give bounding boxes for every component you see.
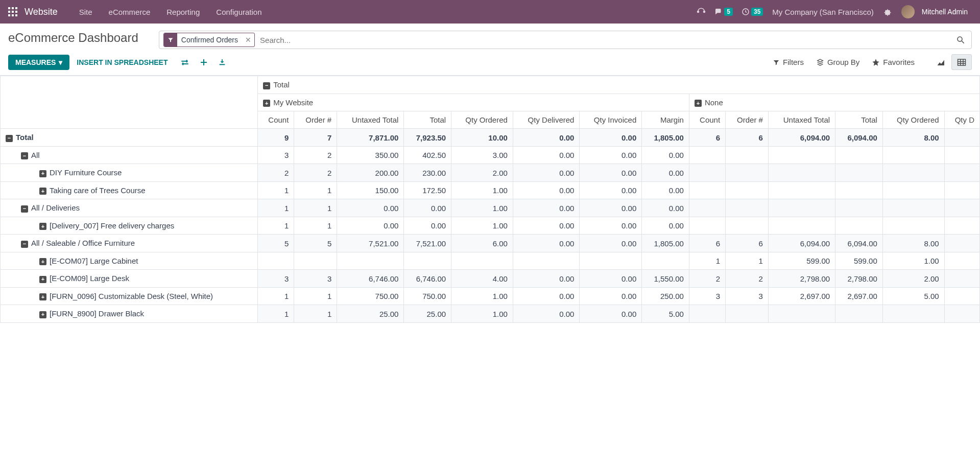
pivot-view-button[interactable] bbox=[951, 54, 972, 70]
row-header[interactable]: +[FURN_8900] Drawer Black bbox=[1, 305, 258, 323]
nav-reporting[interactable]: Reporting bbox=[158, 8, 208, 16]
measure-header[interactable]: Order # bbox=[726, 111, 769, 129]
collapse-icon[interactable]: − bbox=[6, 135, 13, 142]
pivot-cell bbox=[768, 305, 835, 323]
pivot-cell bbox=[944, 146, 979, 164]
row-header[interactable]: +[E-COM07] Large Cabinet bbox=[1, 252, 258, 270]
expand-icon[interactable]: + bbox=[263, 100, 270, 107]
expand-icon[interactable]: + bbox=[695, 100, 702, 107]
pivot-cell: 230.00 bbox=[404, 164, 451, 182]
row-header[interactable]: −Total bbox=[1, 129, 258, 147]
facet-remove[interactable]: ✕ bbox=[242, 36, 254, 44]
filter-icon bbox=[164, 33, 177, 46]
pivot-cell: 0.00 bbox=[513, 287, 580, 305]
svg-point-9 bbox=[698, 11, 699, 13]
row-header[interactable]: +[Delivery_007] Free delivery charges bbox=[1, 217, 258, 235]
row-header[interactable]: −All bbox=[1, 146, 258, 164]
nav-configuration[interactable]: Configuration bbox=[208, 8, 270, 16]
expand-icon[interactable]: + bbox=[39, 188, 46, 195]
graph-view-button[interactable] bbox=[931, 54, 951, 70]
group-by-button[interactable]: Group By bbox=[810, 55, 866, 69]
search-icon[interactable] bbox=[954, 35, 967, 44]
search-input[interactable] bbox=[258, 34, 954, 46]
pivot-cell: 0.00 bbox=[337, 199, 404, 217]
measure-header[interactable]: Total bbox=[404, 111, 451, 129]
pivot-cell: 0.00 bbox=[580, 217, 642, 235]
measure-header[interactable]: Total bbox=[835, 111, 883, 129]
favorites-button[interactable]: Favorites bbox=[866, 55, 921, 69]
measures-button[interactable]: MEASURES ▾ bbox=[8, 55, 69, 70]
avatar[interactable] bbox=[901, 5, 915, 18]
pivot-cell: 2 bbox=[258, 164, 294, 182]
measure-header[interactable]: Qty D bbox=[944, 111, 979, 129]
row-header[interactable]: +[FURN_0096] Customizable Desk (Steel, W… bbox=[1, 287, 258, 305]
row-header[interactable]: −All / Saleable / Office Furniture bbox=[1, 235, 258, 252]
expand-icon[interactable]: + bbox=[39, 311, 46, 318]
pivot-cell: 2 bbox=[689, 270, 725, 288]
pivot-table-wrapper[interactable]: −Total+My Website+NoneCountOrder #Untaxe… bbox=[0, 76, 980, 328]
pivot-cell bbox=[835, 146, 883, 164]
debug-icon[interactable] bbox=[883, 7, 892, 16]
pivot-cell bbox=[689, 217, 725, 235]
measure-header[interactable]: Qty Invoiced bbox=[580, 111, 642, 129]
pivot-cell: 599.00 bbox=[768, 252, 835, 270]
measure-header[interactable]: Order # bbox=[294, 111, 337, 129]
pivot-cell: 2 bbox=[726, 270, 769, 288]
download-icon[interactable] bbox=[213, 55, 231, 70]
collapse-icon[interactable]: − bbox=[21, 241, 28, 248]
flip-axis-icon[interactable] bbox=[175, 55, 195, 70]
pivot-cell: 0.00 bbox=[513, 146, 580, 164]
pivot-cell: 2.00 bbox=[451, 164, 513, 182]
pivot-cell: 0.00 bbox=[642, 181, 689, 199]
pivot-cell: 0.00 bbox=[513, 235, 580, 252]
measure-header[interactable]: Qty Ordered bbox=[882, 111, 944, 129]
measure-header[interactable]: Untaxed Total bbox=[337, 111, 404, 129]
pivot-cell: 0.00 bbox=[513, 164, 580, 182]
expand-icon[interactable]: + bbox=[39, 170, 46, 177]
pivot-cell: 0.00 bbox=[404, 217, 451, 235]
expand-all-icon[interactable] bbox=[195, 55, 213, 70]
pivot-cell: 750.00 bbox=[404, 287, 451, 305]
apps-icon[interactable] bbox=[8, 7, 17, 16]
nav-ecommerce[interactable]: eCommerce bbox=[101, 8, 159, 16]
view-switcher bbox=[931, 54, 972, 70]
measure-header[interactable]: Margin bbox=[642, 111, 689, 129]
expand-icon[interactable]: + bbox=[39, 276, 46, 283]
measure-header[interactable]: Qty Delivered bbox=[513, 111, 580, 129]
pivot-cell: 1 bbox=[294, 217, 337, 235]
pivot-cell: 8.00 bbox=[882, 129, 944, 147]
horizontal-scrollbar[interactable] bbox=[0, 328, 980, 335]
svg-rect-6 bbox=[8, 14, 10, 16]
row-header[interactable]: +DIY Furniture Course bbox=[1, 164, 258, 182]
app-name[interactable]: Website bbox=[25, 7, 58, 17]
filters-button[interactable]: Filters bbox=[767, 55, 810, 69]
row-header[interactable]: +[E-COM09] Large Desk bbox=[1, 270, 258, 288]
expand-icon[interactable]: + bbox=[39, 258, 46, 265]
insert-spreadsheet-button[interactable]: INSERT IN SPREADSHEET bbox=[69, 55, 175, 70]
expand-icon[interactable]: + bbox=[39, 293, 46, 300]
col-group-none[interactable]: +None bbox=[689, 94, 979, 111]
measure-header[interactable]: Count bbox=[258, 111, 294, 129]
user-name[interactable]: Mitchell Admin bbox=[922, 8, 968, 16]
collapse-icon[interactable]: − bbox=[263, 82, 270, 89]
col-group-total[interactable]: −Total bbox=[258, 76, 980, 94]
expand-icon[interactable]: + bbox=[39, 223, 46, 230]
voip-icon[interactable] bbox=[697, 7, 706, 16]
collapse-icon[interactable]: − bbox=[21, 205, 28, 213]
collapse-icon[interactable]: − bbox=[21, 152, 28, 159]
pivot-cell: 2,697.00 bbox=[835, 287, 883, 305]
pivot-cell: 1,805.00 bbox=[642, 129, 689, 147]
messaging-icon[interactable]: 5 bbox=[714, 7, 733, 16]
pivot-cell: 2 bbox=[294, 164, 337, 182]
pivot-cell: 10.00 bbox=[451, 129, 513, 147]
pivot-cell: 7,521.00 bbox=[404, 235, 451, 252]
activities-icon[interactable]: 35 bbox=[741, 7, 763, 16]
company-selector[interactable]: My Company (San Francisco) bbox=[772, 8, 873, 16]
measure-header[interactable]: Untaxed Total bbox=[768, 111, 835, 129]
nav-site[interactable]: Site bbox=[71, 8, 101, 16]
measure-header[interactable]: Qty Ordered bbox=[451, 111, 513, 129]
row-header[interactable]: −All / Deliveries bbox=[1, 199, 258, 217]
row-header[interactable]: +Taking care of Trees Course bbox=[1, 181, 258, 199]
measure-header[interactable]: Count bbox=[689, 111, 725, 129]
col-group-mywebsite[interactable]: +My Website bbox=[258, 94, 689, 111]
